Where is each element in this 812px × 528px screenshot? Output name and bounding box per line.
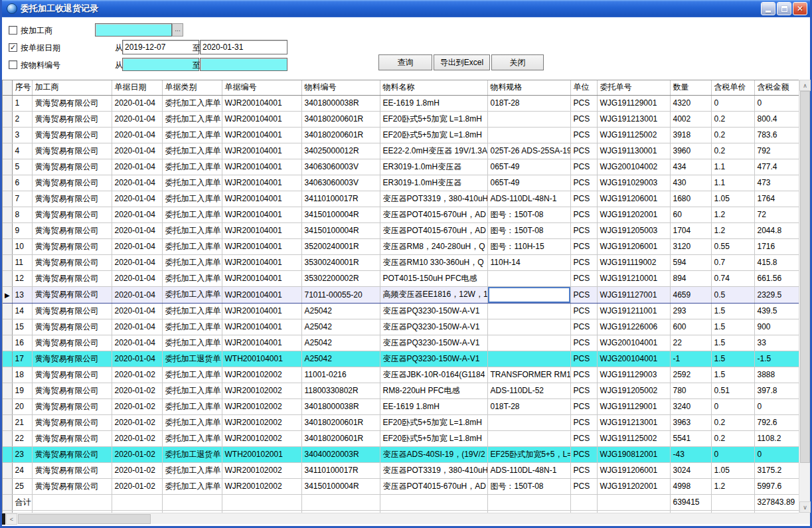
cell-processor[interactable]: 黄海贸易有限公司 [32,414,112,430]
cell-doc-date[interactable]: 2020-01-04 [112,143,162,159]
cell-material-no[interactable]: 11800330802R [301,383,380,398]
cell-processor[interactable]: 黄海贸易有限公司 [32,127,112,143]
cell-unit[interactable]: PCS [570,351,597,367]
cell-material-spec[interactable]: TRANSFORMER RM10 [487,367,570,383]
cell-seq[interactable]: 8 [12,207,32,222]
cell-material-spec[interactable]: 图号：110H-15 [487,238,570,254]
cell-seq[interactable]: 18 [12,367,32,383]
cell-processor[interactable]: 黄海贸易有限公司 [32,270,112,286]
cell-material-no[interactable]: 34025000012R [301,143,380,159]
cell-amount[interactable]: 3175.2 [754,462,799,478]
cell-material-name[interactable]: 变压器POT3319，380-410uH [380,462,487,478]
cell-doc-no[interactable]: WJR200104001 [222,127,301,143]
cell-doc-type[interactable]: 委托加工入库单 [162,367,222,383]
cell-unit-price[interactable]: 1.1 [711,175,754,191]
cell-processor[interactable]: 黄海贸易有限公司 [32,367,112,383]
cell-unit-price[interactable]: 1.5 [711,367,754,383]
cell-doc-type[interactable]: 委托加工入库单 [162,238,222,254]
cell-amount[interactable]: 792.6 [754,414,799,430]
cell-order-no[interactable]: WJG191119002 [597,254,670,270]
cell-amount[interactable]: 397.8 [754,383,799,398]
cell-unit-price[interactable]: 0.55 [711,238,754,254]
cell-doc-type[interactable]: 委托加工入库单 [162,95,222,111]
cell-unit[interactable]: PCS [570,446,597,462]
cell-material-no[interactable]: A25042 [301,319,380,335]
cell-processor[interactable]: 黄海贸易有限公司 [32,398,112,414]
cell-material-name[interactable]: EE-1619 1.8mH [380,398,487,414]
col-header-unit[interactable]: 单位 [570,80,597,95]
cell-doc-type[interactable]: 委托加工入库单 [162,207,222,222]
cell-unit-price[interactable]: 1.2 [711,478,754,494]
cell-unit-price[interactable]: 0 [711,398,754,414]
cell-processor[interactable]: 黄海贸易有限公司 [32,478,112,494]
row-indicator[interactable] [3,159,12,175]
cell-doc-no[interactable]: WJR200104001 [222,207,301,222]
cell-unit-price[interactable]: 0.2 [711,414,754,430]
cell-order-no[interactable]: WJG191127001 [597,286,670,303]
horizontal-scroll-thumb[interactable] [18,514,151,524]
cell-doc-type[interactable]: 委托加工入库单 [162,398,222,414]
cell-processor[interactable]: 黄海贸易有限公司 [32,303,112,319]
cell-order-no[interactable]: WJG191125002 [597,127,670,143]
cell-unit[interactable]: PCS [570,335,597,351]
cell-seq[interactable]: 10 [12,238,32,254]
cell-doc-type[interactable]: 委托加工入库单 [162,414,222,430]
processor-browse-button[interactable]: ... [172,23,183,37]
cell-seq[interactable]: 6 [12,175,32,191]
cell-amount[interactable]: 1764 [754,191,799,207]
cell-doc-date[interactable]: 2020-01-04 [112,238,162,254]
row-indicator[interactable] [3,254,12,270]
cell-doc-type[interactable]: 委托加工退货单 [162,446,222,462]
cell-unit-price[interactable]: 0.74 [711,270,754,286]
cell-doc-no[interactable]: WJR200102002 [222,478,301,494]
cell-unit[interactable]: PCS [570,367,597,383]
cell-material-name[interactable] [380,494,487,510]
col-header-material-no[interactable]: 物料编号 [301,80,380,95]
cell-qty[interactable]: 4002 [670,111,711,127]
cell-order-no[interactable]: WJG191206001 [597,462,670,478]
cell-doc-type[interactable]: 委托加工入库单 [162,175,222,191]
cell-material-spec[interactable]: ADS-110DL-52 [487,383,570,398]
cell-unit[interactable]: PCS [570,238,597,254]
cell-material-no[interactable]: 34018000038R [301,95,380,111]
cell-unit[interactable]: PCS [570,95,597,111]
cell-unit[interactable]: PCS [570,175,597,191]
cell-doc-no[interactable]: WJR200104001 [222,191,301,207]
cell-unit-price[interactable]: 1.05 [711,462,754,478]
cell-amount[interactable]: 792 [754,143,799,159]
cell-amount[interactable]: 900 [754,319,799,335]
cell-seq[interactable]: 15 [12,319,32,335]
row-indicator[interactable]: ▶ [3,286,12,303]
material-from-input[interactable] [122,58,199,71]
cell-order-no[interactable]: WJG191226006 [597,319,670,335]
cell-seq[interactable]: 25 [12,478,32,494]
cell-doc-date[interactable]: 2020-01-04 [112,127,162,143]
cell-qty[interactable]: 1704 [670,222,711,238]
cell-unit-price[interactable]: 0 [711,95,754,111]
cell-material-name[interactable]: EE22-2.0mH变压器 19V/1.3A [380,143,487,159]
cell-material-spec[interactable] [487,335,570,351]
cell-doc-no[interactable]: WJR200104001 [222,95,301,111]
cell-unit[interactable]: PCS [570,143,597,159]
col-header-qty[interactable]: 数量 [670,80,711,95]
cell-material-spec[interactable] [487,351,570,367]
cell-order-no[interactable]: WJG200104001 [597,335,670,351]
cell-amount[interactable]: 2329.5 [754,286,799,303]
cell-material-name[interactable]: 变压器RM8，240-280uH，Q [380,238,487,254]
cell-unit[interactable]: PCS [570,398,597,414]
cell-material-no[interactable]: 34110100017R [301,191,380,207]
cell-material-name[interactable]: 高频变压器EE1816，12W，1 [380,286,487,303]
cell-doc-type[interactable]: 委托加工入库单 [162,127,222,143]
row-indicator[interactable] [3,238,12,254]
cell-material-no[interactable]: 34040020003R [301,446,380,462]
cell-amount[interactable]: 72 [754,207,799,222]
cell-order-no[interactable]: WJG191213001 [597,111,670,127]
row-indicator[interactable] [3,127,12,143]
cell-qty[interactable]: 780 [670,383,711,398]
col-header-order-no[interactable]: 委托单号 [597,80,670,95]
cell-doc-date[interactable]: 2020-01-02 [112,414,162,430]
cell-doc-type[interactable]: 委托加工入库单 [162,430,222,446]
cell-material-no[interactable]: A25042 [301,351,380,367]
cell-doc-date[interactable]: 2020-01-04 [112,270,162,286]
row-indicator[interactable] [3,335,12,351]
